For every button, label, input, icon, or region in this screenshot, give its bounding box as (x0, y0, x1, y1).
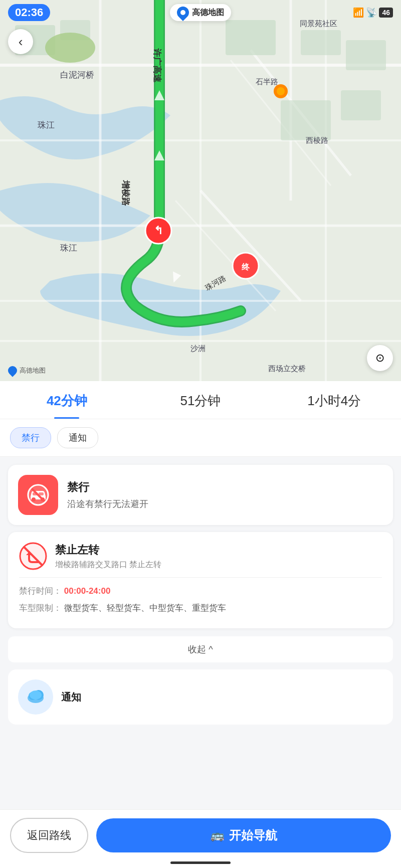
time-label: 禁行时间： (19, 586, 62, 596)
notice-icon (18, 679, 53, 715)
filter-tab-restriction[interactable]: 禁行 (10, 427, 51, 448)
restriction-text: 禁行 沿途有禁行无法避开 (67, 480, 148, 510)
no-left-turn-card: 禁止左转 增棱路辅路交叉路口 禁止左转 禁行时间： 00:00-24:00 车型… (8, 532, 393, 628)
svg-text:西场立交桥: 西场立交桥 (268, 364, 306, 373)
svg-point-43 (32, 497, 36, 501)
signal-icon: 📶 (353, 7, 364, 18)
restriction-title: 禁行 (67, 480, 148, 495)
vehicle-label: 车型限制： (19, 603, 62, 613)
restriction-summary-card: 禁行 沿途有禁行无法避开 (8, 465, 393, 525)
back-icon: ‹ (19, 34, 23, 50)
time-value: 00:00-24:00 (64, 586, 111, 596)
watermark-icon (6, 364, 19, 377)
restriction-description: 沿途有禁行无法避开 (67, 498, 148, 510)
svg-text:珠江: 珠江 (60, 243, 77, 253)
svg-text:石半路: 石半路 (256, 77, 278, 86)
return-route-button[interactable]: 返回路线 (10, 818, 88, 853)
navigate-icon: 🚌 (211, 829, 224, 842)
watermark-text: 高德地图 (20, 366, 46, 375)
svg-rect-16 (226, 20, 276, 55)
location-icon: ⊙ (375, 352, 384, 365)
map-container[interactable]: ↰ 终 白泥河桥 珠江 珠江 增棱路 许广高速 同景苑社区 石半路 西棱路 西场… (0, 0, 401, 381)
cards-area: 禁行 沿途有禁行无法避开 禁止左转 增棱路辅路交叉路口 禁止左转 (0, 457, 401, 636)
svg-text:西棱路: 西棱路 (306, 136, 328, 144)
action-bar: 返回路线 🚌 开始导航 (0, 809, 401, 868)
filter-tab-notice[interactable]: 通知 (57, 427, 98, 448)
detail-subtitle: 增棱路辅路交叉路口 禁止左转 (55, 560, 161, 570)
no-left-turn-icon (19, 542, 47, 570)
amap-watermark: 高德地图 (8, 366, 46, 375)
bottom-panel: 42分钟 51分钟 1小时4分 禁行 通知 (0, 381, 401, 868)
battery-badge: 46 (379, 8, 393, 18)
notice-title: 通知 (61, 690, 81, 704)
navigate-label: 开始导航 (229, 827, 277, 843)
notice-svg-icon (26, 687, 46, 707)
start-navigate-button[interactable]: 🚌 开始导航 (96, 818, 391, 852)
restriction-time-row: 禁行时间： 00:00-24:00 (19, 585, 382, 598)
svg-rect-17 (301, 30, 341, 55)
svg-point-21 (45, 33, 95, 63)
amap-logo-top: 高德地图 (170, 4, 231, 21)
detail-title: 禁止左转 (55, 543, 161, 558)
filter-tabs: 禁行 通知 (0, 419, 401, 457)
svg-rect-20 (341, 90, 381, 120)
svg-text:白泥河桥: 白泥河桥 (60, 70, 94, 80)
route-tab-64[interactable]: 1小时4分 (267, 381, 401, 419)
amap-logo-text: 高德地图 (192, 8, 224, 18)
svg-text:许广高速: 许广高速 (152, 49, 162, 83)
detail-divider (19, 577, 382, 578)
svg-point-55 (30, 690, 42, 700)
status-right: 📶 📡 46 (353, 7, 393, 18)
notice-preview-card[interactable]: 通知 (8, 669, 393, 725)
detail-card-header: 禁止左转 增棱路辅路交叉路口 禁止左转 (19, 542, 382, 570)
vehicle-value: 微型货车、轻型货车、中型货车、重型货车 (64, 603, 226, 613)
wifi-icon: 📡 (366, 7, 377, 18)
back-button[interactable]: ‹ (8, 29, 33, 54)
collapse-button[interactable]: 收起 ^ (8, 636, 393, 662)
route-tabs: 42分钟 51分钟 1小时4分 (0, 381, 401, 419)
status-time: 02:36 (8, 4, 50, 21)
route-tab-51[interactable]: 51分钟 (134, 381, 268, 419)
collapse-label: 收起 ^ (188, 644, 213, 654)
amap-logo-icon (174, 4, 191, 21)
detail-title-area: 禁止左转 增棱路辅路交叉路口 禁止左转 (55, 543, 161, 570)
no-car-icon (26, 482, 51, 507)
home-indicator (170, 861, 231, 864)
svg-rect-19 (281, 100, 331, 140)
svg-point-30 (277, 87, 285, 95)
location-button[interactable]: ⊙ (367, 345, 393, 371)
svg-text:沙洲: 沙洲 (190, 344, 206, 353)
restriction-icon-box (18, 475, 58, 515)
vehicle-row: 车型限制： 微型货车、轻型货车、中型货车、重型货车 (19, 602, 382, 615)
svg-rect-18 (346, 40, 386, 70)
svg-text:珠江: 珠江 (38, 120, 55, 130)
svg-text:↰: ↰ (154, 224, 163, 237)
status-icons: 📶 📡 46 (353, 7, 393, 18)
route-tab-42[interactable]: 42分钟 (0, 381, 134, 419)
svg-text:增棱路: 增棱路 (121, 180, 130, 207)
svg-text:终: 终 (241, 263, 250, 271)
